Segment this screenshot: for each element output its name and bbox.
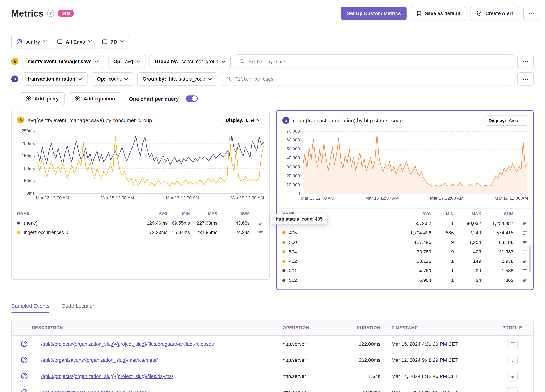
series-color-dot bbox=[282, 260, 286, 263]
event-timestamp: Mar 15, 2024 4:31:39 PM CET bbox=[386, 336, 491, 352]
event-description-link[interactable]: /api/0/projects/{organization_slug}/{pro… bbox=[41, 373, 173, 379]
y-tick-label: 100ms bbox=[22, 166, 35, 171]
y-tick-label: 70,000 bbox=[286, 129, 300, 134]
project-select-value: sentry bbox=[25, 39, 40, 44]
event-description-link[interactable]: /api/0/organizations/{organization_slug}… bbox=[41, 357, 158, 363]
metric-panel-a[interactable]: a avg(sentry.event_manager.save) by cons… bbox=[11, 110, 270, 280]
op-select-a[interactable]: Op: avg bbox=[108, 55, 145, 68]
tag-filter-input-a[interactable] bbox=[248, 59, 509, 64]
display-select-b[interactable]: Display: Area bbox=[485, 115, 528, 126]
profile-button[interactable] bbox=[507, 371, 517, 381]
query-b-more-button[interactable]: ⋯ bbox=[517, 72, 534, 86]
display-label: Display: bbox=[489, 118, 506, 123]
line-chart-a: 250ms200ms150ms100ms50ms0msMar 13 12:00 … bbox=[12, 127, 269, 204]
row-details-icon[interactable] bbox=[522, 249, 527, 254]
chevron-down-icon bbox=[78, 78, 82, 80]
event-duration: 122.00ms bbox=[347, 336, 386, 352]
detail-tabs: Sampled Events Code Location bbox=[11, 303, 534, 313]
summary-row[interactable]: 3014.7691291,588 bbox=[277, 266, 533, 276]
column-duration: DURATION bbox=[347, 320, 386, 336]
op-value: avg bbox=[125, 59, 133, 64]
one-chart-per-query-label: One chart per query bbox=[129, 96, 179, 102]
chart-tooltip: http.status_code: 405 bbox=[271, 214, 328, 224]
sentry-project-icon bbox=[21, 340, 40, 347]
op-select-b[interactable]: Op: count bbox=[92, 72, 133, 86]
groupby-select-b[interactable]: Group by: http.status_code bbox=[137, 72, 217, 86]
row-details-icon[interactable] bbox=[522, 230, 527, 235]
event-description-link[interactable]: /api/0/organizations/{organization_slug}… bbox=[41, 389, 148, 392]
add-equation-label: Add equation bbox=[84, 96, 115, 101]
project-select[interactable]: sentry bbox=[12, 35, 52, 48]
series-color-dot bbox=[282, 269, 286, 272]
save-as-default-button[interactable]: Save as default bbox=[411, 7, 466, 20]
plot-area[interactable] bbox=[303, 131, 527, 194]
date-range-value: 7D bbox=[111, 39, 117, 44]
y-axis: 70,00060,00050,00040,00030,00020,00010,0… bbox=[282, 131, 300, 194]
summary-row[interactable]: 500187.49691,25463,186 bbox=[277, 238, 533, 247]
op-label: Op: bbox=[97, 76, 105, 82]
circled-plus-icon bbox=[25, 96, 31, 101]
summary-row[interactable]: 50433.789940311,387 bbox=[277, 247, 533, 257]
series-color-dot bbox=[282, 241, 286, 244]
tab-code-location[interactable]: Code Location bbox=[62, 303, 96, 313]
table-scrollbar[interactable] bbox=[529, 245, 531, 273]
event-timestamp: Mar 17, 2024 3:18:11 PM CET bbox=[386, 384, 491, 392]
summary-row[interactable]: 5026.904134863 bbox=[277, 276, 533, 285]
help-icon[interactable]: ? bbox=[47, 10, 54, 17]
chevron-down-icon bbox=[521, 119, 524, 122]
row-details-icon[interactable] bbox=[522, 278, 527, 282]
profile-button[interactable] bbox=[507, 387, 517, 392]
series-color-dot bbox=[282, 231, 286, 234]
events-table-body: /api/0/projects/{organization_slug}/{pro… bbox=[12, 336, 533, 392]
series-name: (none) bbox=[24, 220, 38, 226]
beta-badge: beta bbox=[58, 10, 74, 17]
query-a-more-button[interactable]: ⋯ bbox=[517, 55, 534, 68]
tag-filter-input-b[interactable] bbox=[234, 76, 508, 82]
create-alert-button[interactable]: Create Alert bbox=[471, 7, 519, 20]
display-select-a[interactable]: Display: Line bbox=[222, 115, 264, 125]
row-details-icon[interactable] bbox=[522, 259, 527, 264]
query-symbol-b: b bbox=[282, 117, 289, 124]
metric-select-a[interactable]: sentry.event_manager.save bbox=[23, 55, 104, 68]
row-details-icon[interactable] bbox=[522, 268, 527, 273]
header-more-button[interactable]: ⋯ bbox=[523, 7, 539, 20]
plot-area[interactable] bbox=[38, 131, 264, 193]
tab-sampled-events[interactable]: Sampled Events bbox=[11, 303, 50, 313]
tag-filter-a bbox=[235, 54, 513, 68]
row-details-icon[interactable] bbox=[522, 221, 527, 226]
op-label: Op: bbox=[113, 59, 122, 64]
metric-select-b[interactable]: transaction.duration bbox=[23, 72, 87, 86]
add-query-button[interactable]: Add query bbox=[20, 92, 65, 105]
series-name: 301 bbox=[289, 268, 297, 273]
groupby-select-a[interactable]: Group by: consumer_group bbox=[149, 55, 230, 68]
row-details-icon[interactable] bbox=[259, 220, 264, 225]
y-tick-label: 0 bbox=[297, 191, 300, 196]
ellipsis-icon: ⋯ bbox=[522, 58, 529, 65]
y-tick-label: 0ms bbox=[26, 191, 35, 196]
summary-row[interactable]: 4051,704.4968862,249574,415 bbox=[277, 228, 533, 238]
y-tick-label: 50,000 bbox=[286, 147, 300, 152]
row-details-icon[interactable] bbox=[259, 230, 264, 235]
metrics-page: Metrics ? beta Set Up Custom Metrics Sav… bbox=[0, 0, 545, 392]
series-name: ingest-occurrences-0 bbox=[24, 230, 68, 235]
summary-row[interactable]: ingest-occurrences-072.23ms15.84ms231.85… bbox=[12, 228, 269, 237]
profile-button[interactable] bbox=[507, 338, 517, 349]
calendar-icon bbox=[102, 39, 107, 44]
chevron-down-icon bbox=[95, 60, 99, 63]
summary-row[interactable]: 42218.13611492,938 bbox=[277, 257, 533, 266]
profile-button[interactable] bbox=[507, 355, 517, 365]
add-equation-button[interactable]: Add equation bbox=[69, 92, 121, 105]
display-value: Area bbox=[509, 118, 518, 123]
environment-select[interactable]: All Envs bbox=[52, 35, 97, 48]
toggle-knob bbox=[192, 96, 197, 101]
date-range-select[interactable]: 7D bbox=[97, 35, 129, 48]
app-header: Metrics ? beta Set Up Custom Metrics Sav… bbox=[0, 0, 545, 27]
query-actions: Add query Add equation One chart per que… bbox=[20, 92, 534, 105]
metric-panel-b[interactable]: b count(transaction.duration) by http.st… bbox=[276, 110, 534, 290]
one-chart-per-query-toggle[interactable] bbox=[186, 95, 198, 102]
event-description-link[interactable]: /api/0/projects/{organization_slug}/{pro… bbox=[41, 341, 214, 346]
summary-row[interactable]: (none)129.46ms69.55ms227.03ms43.63s bbox=[12, 218, 269, 228]
row-details-icon[interactable] bbox=[522, 240, 527, 245]
setup-custom-metrics-button[interactable]: Set Up Custom Metrics bbox=[341, 7, 407, 20]
groupby-label: Group by: bbox=[155, 59, 178, 64]
